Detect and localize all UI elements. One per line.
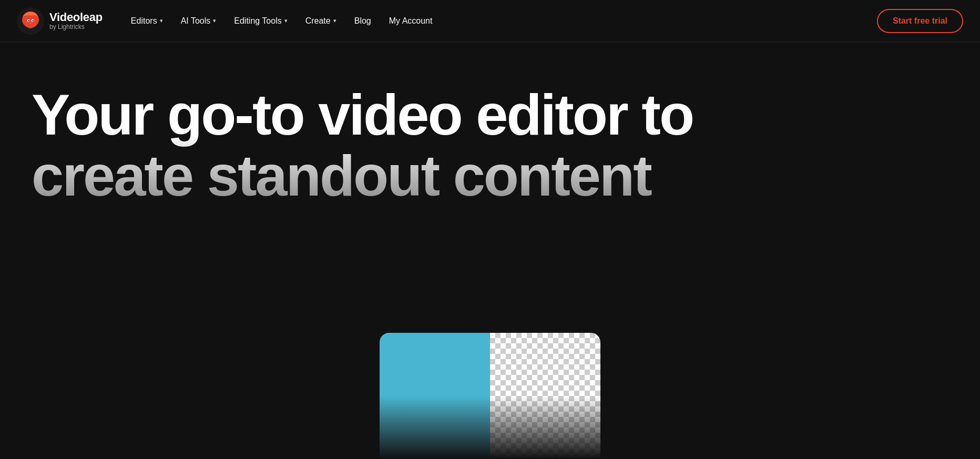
create-chevron-icon: ▾ — [333, 17, 336, 24]
nav-ai-tools[interactable]: AI Tools ▾ — [173, 12, 224, 30]
nav-blog-label: Blog — [354, 16, 371, 25]
nav-items: Editors ▾ AI Tools ▾ Editing Tools ▾ Cre… — [124, 12, 877, 30]
nav-account-label: My Account — [389, 16, 433, 25]
nav-account[interactable]: My Account — [382, 12, 440, 30]
editing-tools-chevron-icon: ▾ — [284, 17, 288, 24]
nav-create[interactable]: Create ▾ — [298, 12, 344, 30]
nav-editors-label: Editors — [131, 16, 157, 26]
navbar: Videoleap by Lightricks Editors ▾ AI Too… — [0, 0, 980, 42]
cta-label: Start free trial — [893, 16, 947, 25]
svg-point-3 — [28, 20, 29, 21]
nav-editors[interactable]: Editors ▾ — [124, 12, 170, 30]
brand-name: Videoleap — [49, 11, 103, 24]
nav-blog[interactable]: Blog — [347, 12, 379, 30]
hero-title: Your go-to video editor to create stando… — [32, 84, 693, 206]
svg-point-4 — [33, 20, 34, 21]
hero-section: Your go-to video editor to create stando… — [0, 42, 980, 459]
nav-editing-tools-label: Editing Tools — [234, 16, 281, 26]
logo-icon — [17, 7, 44, 35]
hero-line-1: Your go-to video editor to — [32, 82, 693, 147]
ai-tools-chevron-icon: ▾ — [213, 17, 216, 24]
nav-editing-tools[interactable]: Editing Tools ▾ — [227, 12, 294, 30]
start-free-trial-button[interactable]: Start free trial — [877, 9, 963, 33]
nav-create-label: Create — [305, 16, 331, 26]
video-preview-right — [490, 333, 600, 459]
logo-text: Videoleap by Lightricks — [49, 11, 103, 30]
video-preview-left — [380, 333, 490, 459]
logo-link[interactable]: Videoleap by Lightricks — [17, 7, 103, 35]
editors-chevron-icon: ▾ — [160, 17, 163, 24]
video-preview — [380, 333, 600, 459]
brand-sub: by Lightricks — [49, 24, 103, 30]
nav-ai-tools-label: AI Tools — [181, 16, 211, 26]
hero-line-2: create standout content — [32, 143, 651, 208]
